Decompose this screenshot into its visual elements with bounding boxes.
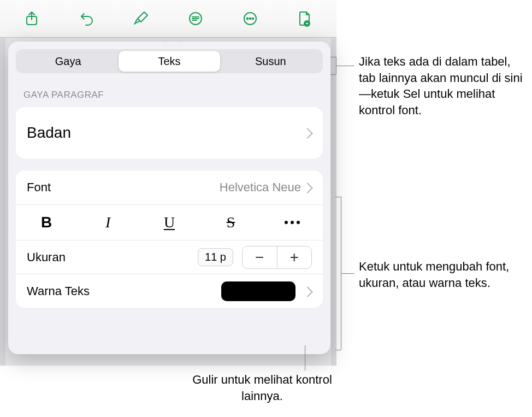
text-color-swatch[interactable] bbox=[221, 281, 295, 301]
paragraph-style-row[interactable]: Badan bbox=[16, 107, 323, 158]
doc-margin-right bbox=[331, 38, 336, 366]
callout-leader bbox=[330, 74, 336, 75]
callout-scroll-text: Gulir untuk melihat kontrol lainnya. bbox=[186, 372, 339, 404]
callout-leader bbox=[341, 273, 354, 274]
ellipsis-icon bbox=[285, 221, 300, 224]
doc-margin-left bbox=[0, 38, 5, 366]
bold-button[interactable]: B bbox=[16, 205, 77, 240]
font-value: Helvetica Neue bbox=[220, 180, 301, 195]
chevron-right-icon bbox=[305, 127, 312, 138]
size-decrease-button[interactable]: − bbox=[243, 246, 277, 268]
font-row[interactable]: Font Helvetica Neue bbox=[16, 171, 323, 204]
italic-button[interactable]: I bbox=[77, 205, 138, 240]
callout-leader bbox=[330, 57, 336, 57]
svg-point-4 bbox=[250, 18, 251, 20]
svg-point-5 bbox=[252, 18, 254, 20]
callout-tabs-text: Jika teks ada di dalam tabel, tab lainny… bbox=[359, 54, 528, 119]
text-color-row[interactable]: Warna Teks bbox=[16, 274, 323, 308]
share-icon[interactable] bbox=[20, 7, 44, 31]
callout-font-section-text: Ketuk untuk mengubah font, ukuran, atau … bbox=[359, 259, 528, 291]
insert-icon[interactable] bbox=[184, 7, 208, 31]
size-label: Ukuran bbox=[27, 250, 198, 265]
text-color-label: Warna Teks bbox=[27, 284, 221, 298]
callout-leader bbox=[336, 66, 354, 66]
callout-leader bbox=[305, 345, 305, 371]
more-text-options-button[interactable] bbox=[262, 205, 323, 240]
underline-button[interactable]: U bbox=[139, 205, 200, 240]
document-preview-icon[interactable] bbox=[293, 7, 317, 31]
tab-gaya[interactable]: Gaya bbox=[17, 51, 119, 72]
text-style-row: B I U S bbox=[16, 204, 323, 240]
strikethrough-button[interactable]: S bbox=[200, 205, 261, 240]
size-row: Ukuran 11 p − + bbox=[16, 240, 323, 274]
tab-segmented-control: Gaya Teks Susun bbox=[16, 49, 323, 73]
undo-icon[interactable] bbox=[74, 7, 98, 31]
size-increase-button[interactable]: + bbox=[277, 246, 312, 268]
format-brush-icon[interactable] bbox=[129, 7, 153, 31]
chevron-right-icon bbox=[305, 286, 312, 297]
size-value-input[interactable]: 11 p bbox=[198, 248, 233, 266]
format-popover: Gaya Teks Susun GAYA PARAGRAF Badan Font… bbox=[8, 42, 330, 354]
paragraph-style-value: Badan bbox=[27, 124, 305, 142]
tab-teks[interactable]: Teks bbox=[119, 51, 220, 72]
callout-leader bbox=[335, 197, 341, 197]
callout-leader bbox=[335, 350, 341, 350]
size-stepper: − + bbox=[242, 246, 312, 269]
paragraph-style-card: Badan bbox=[16, 107, 323, 158]
svg-point-3 bbox=[247, 18, 249, 20]
more-icon[interactable] bbox=[238, 7, 262, 31]
font-controls-card: Font Helvetica Neue B I U S Ukuran 11 p … bbox=[16, 171, 323, 308]
tab-susun[interactable]: Susun bbox=[220, 51, 321, 72]
font-label: Font bbox=[27, 180, 220, 195]
section-label-paragraph-style: GAYA PARAGRAF bbox=[23, 90, 323, 101]
top-toolbar bbox=[0, 0, 336, 38]
chevron-right-icon bbox=[305, 182, 312, 193]
